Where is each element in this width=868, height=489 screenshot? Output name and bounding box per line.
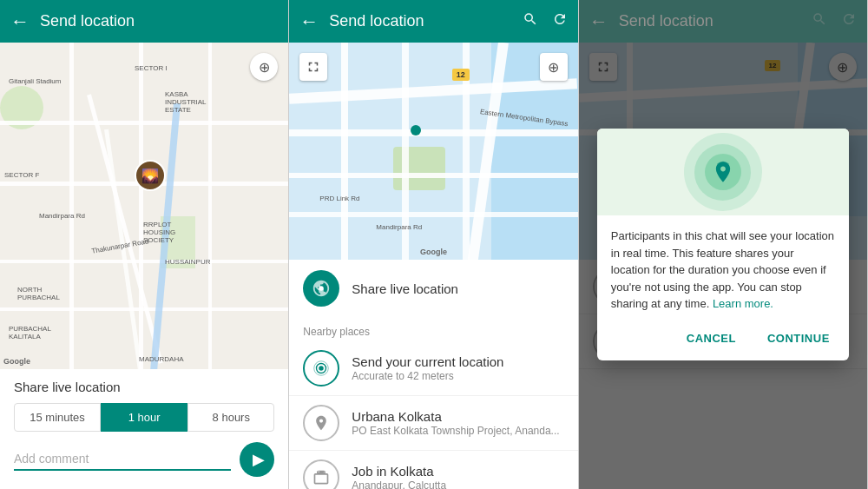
share-live-title: Share live location: [14, 380, 274, 394]
job-kolkata-item[interactable]: Job in Kolkata Anandapur, Calcutta: [289, 451, 577, 489]
map-1: Gitanjali Stadium SECTOR I KASBAINDUSTRI…: [0, 43, 288, 369]
send-icon: ▶: [253, 450, 265, 469]
map-label: HUSSAINPUR: [165, 258, 210, 266]
job-title: Job in Kolkata: [352, 464, 563, 479]
job-subtitle: Anandapur, Calcutta: [352, 479, 563, 489]
dialog-overlay: Participants in this chat will see your …: [579, 0, 867, 489]
map-label: Gitanjali Stadium: [9, 77, 61, 85]
panel-2: ← Send location 12 PRD Link Rd: [289, 0, 578, 489]
current-location-subtitle: Accurate to 42 meters: [352, 370, 563, 382]
cancel-button[interactable]: CANCEL: [674, 325, 748, 352]
dialog-body: Participants in this chat will see your …: [597, 215, 849, 318]
refresh-icon-2[interactable]: [552, 11, 568, 31]
road-label-prd: PRD Link Rd: [319, 195, 359, 202]
duration-8hours[interactable]: 8 hours: [187, 403, 274, 432]
duration-buttons: 15 minutes 1 hour 8 hours: [14, 403, 274, 432]
google-logo-1: Google: [3, 357, 30, 366]
list-2: Share live location Nearby places Send y…: [289, 260, 577, 489]
current-location-title: Send your current location: [352, 354, 563, 369]
search-icon-2[interactable]: [523, 11, 538, 31]
map-background-1: Gitanjali Stadium SECTOR I KASBAINDUSTRI…: [0, 43, 288, 369]
svg-point-1: [319, 366, 325, 371]
google-logo-2: Google: [420, 248, 447, 256]
expand-button-2[interactable]: [299, 53, 327, 81]
map-label: PURBACHALKALITALA: [9, 325, 51, 340]
dialog-illustration: [597, 129, 849, 215]
panel-1: ← Send location Gitanjali Stadium: [0, 0, 289, 489]
back-button-1[interactable]: ←: [10, 10, 30, 33]
center-location-button-2[interactable]: ⊕: [540, 53, 568, 81]
share-live-icon-circle: [303, 270, 339, 307]
map-label: KASBAINDUSTRIALESTATE: [165, 90, 207, 114]
share-live-location-item[interactable]: Share live location: [289, 260, 577, 317]
comment-row: ▶: [14, 442, 274, 482]
urbana-title: Urbana Kolkata: [352, 409, 563, 424]
map-label: SECTOR I: [135, 64, 168, 72]
dialog-actions: CANCEL CONTINUE: [597, 318, 849, 360]
panel-3: ← Send location 12 ⊕ Gi: [579, 0, 868, 489]
duration-1hour[interactable]: 1 hour: [101, 403, 187, 432]
urbana-icon-circle: [303, 405, 339, 441]
header-title-2: Send location: [329, 12, 522, 30]
duration-15min[interactable]: 15 minutes: [14, 403, 101, 432]
map-label: SECTOR F: [4, 171, 39, 179]
current-location-item[interactable]: Send your current location Accurate to 4…: [289, 341, 577, 396]
map-label: MADURDAHA: [139, 355, 184, 363]
road-label-mandirpara: Mandirpara Rd: [376, 223, 422, 231]
back-button-2[interactable]: ←: [299, 10, 319, 33]
header-1: ← Send location: [0, 0, 288, 43]
current-location-icon-circle: [303, 350, 339, 387]
dialog-text: Participants in this chat will see your …: [611, 228, 835, 313]
current-location-text: Send your current location Accurate to 4…: [352, 354, 563, 382]
target-icon-1: ⊕: [259, 59, 270, 76]
map-2: 12 PRD Link Rd Mandirpara Rd Eastern Met…: [289, 43, 577, 260]
job-icon-circle: [303, 459, 339, 489]
learn-more-link[interactable]: Learn more.: [713, 297, 773, 310]
send-button[interactable]: ▶: [240, 442, 274, 477]
header-icons-2: [523, 11, 568, 31]
share-live-text: Share live location: [352, 281, 563, 296]
target-icon-2: ⊕: [548, 59, 559, 76]
header-title-1: Send location: [40, 12, 278, 30]
job-text: Job in Kolkata Anandapur, Calcutta: [352, 464, 563, 489]
header-2: ← Send location: [289, 0, 577, 43]
continue-button[interactable]: CONTINUE: [755, 325, 842, 352]
comment-input[interactable]: [14, 448, 231, 471]
share-live-label: Share live location: [352, 281, 563, 296]
urbana-kolkata-item[interactable]: Urbana Kolkata PO East Kolkata Township …: [289, 396, 577, 451]
nearby-header: Nearby places: [289, 317, 577, 341]
live-location-dialog: Participants in this chat will see your …: [597, 129, 849, 360]
user-location-avatar: 🌄: [135, 160, 166, 191]
map-label: NORTHPURBACHAL: [17, 286, 60, 301]
urbana-text: Urbana Kolkata PO East Kolkata Township …: [352, 409, 563, 437]
panel1-bottom: Share live location 15 minutes 1 hour 8 …: [0, 369, 288, 489]
map-label: Mandirpara Rd: [39, 212, 85, 220]
urbana-subtitle: PO East Kolkata Township Project, Ananda…: [352, 425, 563, 437]
